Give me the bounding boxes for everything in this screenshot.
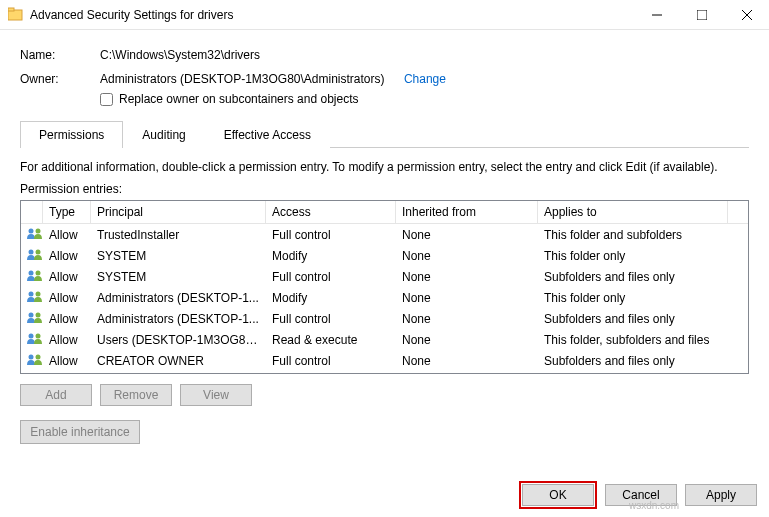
col-principal[interactable]: Principal xyxy=(91,201,266,223)
apply-button[interactable]: Apply xyxy=(685,484,757,506)
cell-inherited: None xyxy=(396,331,538,349)
table-row[interactable]: AllowAdministrators (DESKTOP-1...Full co… xyxy=(21,308,748,329)
table-row[interactable]: AllowUsers (DESKTOP-1M3OG80\U...Read & e… xyxy=(21,329,748,350)
col-applies[interactable]: Applies to xyxy=(538,201,728,223)
grid-header: Type Principal Access Inherited from App… xyxy=(21,201,748,224)
close-button[interactable] xyxy=(724,0,769,30)
window-title: Advanced Security Settings for drivers xyxy=(30,8,634,22)
svg-point-11 xyxy=(36,271,41,276)
cell-applies: Subfolders and files only xyxy=(538,268,728,286)
permission-grid[interactable]: Type Principal Access Inherited from App… xyxy=(20,200,749,374)
svg-point-9 xyxy=(36,250,41,255)
svg-point-16 xyxy=(29,334,34,339)
cell-inherited: None xyxy=(396,226,538,244)
users-icon xyxy=(27,290,43,302)
cell-applies: Subfolders and files only xyxy=(538,310,728,328)
cell-applies: This folder and subfolders xyxy=(538,226,728,244)
cell-access: Read & execute xyxy=(266,373,396,375)
cell-type: Allow xyxy=(43,289,91,307)
replace-owner-checkbox[interactable] xyxy=(100,93,113,106)
svg-point-10 xyxy=(29,271,34,276)
cell-inherited: None xyxy=(396,310,538,328)
cell-principal: SYSTEM xyxy=(91,268,266,286)
change-owner-link[interactable]: Change xyxy=(404,72,446,86)
minimize-button[interactable] xyxy=(634,0,679,30)
cell-access: Modify xyxy=(266,247,396,265)
svg-rect-3 xyxy=(697,10,707,20)
cell-access: Full control xyxy=(266,226,396,244)
table-row[interactable]: AllowCREATOR OWNERFull controlNoneSubfol… xyxy=(21,350,748,371)
cell-access: Read & execute xyxy=(266,331,396,349)
svg-point-14 xyxy=(29,313,34,318)
svg-point-19 xyxy=(36,355,41,360)
svg-point-12 xyxy=(29,292,34,297)
tab-permissions[interactable]: Permissions xyxy=(20,121,123,148)
cell-inherited: None xyxy=(396,352,538,370)
svg-point-18 xyxy=(29,355,34,360)
cell-type: Allow xyxy=(43,226,91,244)
titlebar: Advanced Security Settings for drivers xyxy=(0,0,769,30)
cell-applies: This folder, subfolders and files xyxy=(538,373,728,375)
svg-point-7 xyxy=(36,229,41,234)
users-icon xyxy=(27,227,43,239)
table-row[interactable]: AllowTrustedInstallerFull controlNoneThi… xyxy=(21,224,748,245)
ok-button[interactable]: OK xyxy=(522,484,594,506)
cell-applies: This folder only xyxy=(538,289,728,307)
enable-inheritance-button: Enable inheritance xyxy=(20,420,140,444)
owner-label: Owner: xyxy=(20,72,100,86)
cell-inherited: None xyxy=(396,268,538,286)
table-row[interactable]: AllowALL APPLICATION PACKAGESRead & exec… xyxy=(21,371,748,374)
users-icon xyxy=(27,248,43,260)
table-row[interactable]: AllowSYSTEMModifyNoneThis folder only xyxy=(21,245,748,266)
cell-principal: Administrators (DESKTOP-1... xyxy=(91,289,266,307)
tab-auditing[interactable]: Auditing xyxy=(123,121,204,148)
view-button: View xyxy=(180,384,252,406)
cell-type: Allow xyxy=(43,331,91,349)
col-inherited[interactable]: Inherited from xyxy=(396,201,538,223)
users-icon xyxy=(27,332,43,344)
cell-principal: TrustedInstaller xyxy=(91,226,266,244)
folder-shield-icon xyxy=(8,7,24,23)
cell-type: Allow xyxy=(43,352,91,370)
cell-principal: Users (DESKTOP-1M3OG80\U... xyxy=(91,331,266,349)
table-row[interactable]: AllowAdministrators (DESKTOP-1...ModifyN… xyxy=(21,287,748,308)
cell-applies: This folder only xyxy=(538,247,728,265)
cell-inherited: None xyxy=(396,373,538,375)
svg-point-13 xyxy=(36,292,41,297)
maximize-button[interactable] xyxy=(679,0,724,30)
col-access[interactable]: Access xyxy=(266,201,396,223)
users-icon xyxy=(27,353,43,365)
cell-principal: SYSTEM xyxy=(91,247,266,265)
info-text: For additional information, double-click… xyxy=(20,160,749,174)
cell-type: Allow xyxy=(43,268,91,286)
cell-access: Full control xyxy=(266,310,396,328)
cell-type: Allow xyxy=(43,373,91,375)
cell-inherited: None xyxy=(396,289,538,307)
svg-point-15 xyxy=(36,313,41,318)
users-icon xyxy=(27,269,43,281)
svg-rect-1 xyxy=(8,8,14,11)
svg-point-6 xyxy=(29,229,34,234)
tab-bar: Permissions Auditing Effective Access xyxy=(20,120,749,148)
cell-access: Full control xyxy=(266,352,396,370)
cell-applies: Subfolders and files only xyxy=(538,352,728,370)
cell-applies: This folder, subfolders and files xyxy=(538,331,728,349)
entries-label: Permission entries: xyxy=(20,182,749,196)
col-type[interactable]: Type xyxy=(43,201,91,223)
cancel-button[interactable]: Cancel xyxy=(605,484,677,506)
add-button: Add xyxy=(20,384,92,406)
tab-effective-access[interactable]: Effective Access xyxy=(205,121,330,148)
remove-button: Remove xyxy=(100,384,172,406)
cell-type: Allow xyxy=(43,247,91,265)
table-row[interactable]: AllowSYSTEMFull controlNoneSubfolders an… xyxy=(21,266,748,287)
ok-highlight: OK xyxy=(519,481,597,509)
cell-principal: CREATOR OWNER xyxy=(91,352,266,370)
cell-principal: Administrators (DESKTOP-1... xyxy=(91,310,266,328)
svg-point-8 xyxy=(29,250,34,255)
cell-type: Allow xyxy=(43,310,91,328)
name-label: Name: xyxy=(20,48,100,62)
users-icon xyxy=(27,311,43,323)
cell-access: Full control xyxy=(266,268,396,286)
replace-owner-label: Replace owner on subcontainers and objec… xyxy=(119,92,358,106)
svg-point-17 xyxy=(36,334,41,339)
